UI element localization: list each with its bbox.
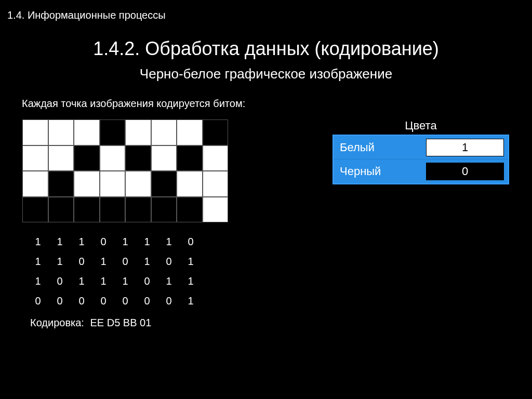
encoding-value: EE D5 BB 01 [90,317,151,328]
bit-cell: 0 [71,295,92,309]
pixel-cell [125,197,151,223]
pixel-cell [100,145,126,171]
bit-cell: 1 [71,275,92,289]
legend-row: Черный0 [334,159,508,183]
bit-cell: 0 [136,295,158,309]
legend-title: Цвета [332,119,509,132]
pixel-cell [125,171,151,197]
encoding-label: Кодировка: [30,317,84,328]
pixel-cell [151,171,177,197]
bit-cell: 0 [27,295,49,309]
bit-row: 00000001 [27,295,229,309]
pixel-cell [151,145,177,171]
bit-cell: 0 [92,236,114,249]
pixel-cell [151,197,177,223]
bit-cell: 1 [27,256,49,269]
legend-table: Белый1Черный0 [332,135,509,184]
pixel-cell [177,197,203,223]
pixel-cell [48,119,74,145]
legend-label: Белый [334,141,426,154]
pixel-grid [22,119,229,223]
bit-row: 11101110 [27,236,229,249]
bit-row: 11010101 [27,256,229,269]
bit-cell: 0 [114,256,136,269]
pixel-row [22,145,228,171]
pixel-cell [48,145,74,171]
bit-cell: 1 [158,236,180,249]
bit-cell: 1 [71,236,92,249]
pixel-cell [74,197,100,223]
pixel-cell [48,197,74,223]
pixel-cell [151,119,177,145]
bit-table: 11101110110101011011101100000001 [27,236,229,309]
bit-cell: 0 [158,295,180,309]
bit-cell: 0 [114,295,136,309]
pixel-cell [22,197,48,223]
legend-value: 0 [426,163,504,180]
legend-label: Черный [334,165,426,178]
pixel-cell [100,197,126,223]
pixel-cell [177,119,203,145]
page-subtitle: Черно-белое графическое изображение [0,66,532,82]
bit-cell: 0 [92,295,114,309]
pixel-cell [22,171,48,197]
pixel-cell [177,145,203,171]
pixel-row [22,197,228,223]
legend-value: 1 [426,139,504,156]
pixel-cell [203,119,229,145]
pixel-cell [203,197,229,223]
pixel-cell [177,171,203,197]
bit-cell: 1 [136,256,158,269]
bit-cell: 1 [136,236,158,249]
pixel-cell [125,145,151,171]
pixel-cell [22,145,48,171]
legend-row: Белый1 [334,136,508,159]
bit-cell: 1 [49,236,71,249]
bit-row: 10111011 [27,275,229,289]
bit-cell: 1 [158,275,180,289]
bit-cell: 0 [49,295,71,309]
description-text: Каждая точка изображения кодируется бито… [22,98,532,110]
bit-cell: 0 [71,256,92,269]
bit-cell: 0 [136,275,158,289]
bit-cell: 0 [158,256,180,269]
pixel-cell [203,145,229,171]
content-row: 11101110110101011011101100000001 Кодиров… [0,119,532,329]
pixel-cell [74,145,100,171]
bit-cell: 0 [49,275,71,289]
pixel-cell [74,171,100,197]
bit-cell: 1 [92,256,114,269]
pixel-cell [74,119,100,145]
breadcrumb: 1.4. Информационные процессы [0,0,532,21]
bit-cell: 1 [180,275,202,289]
pixel-row [22,171,228,197]
pixel-cell [100,119,126,145]
bit-cell: 1 [49,256,71,269]
pixel-cell [100,171,126,197]
bit-cell: 1 [92,275,114,289]
pixel-cell [203,171,229,197]
left-column: 11101110110101011011101100000001 Кодиров… [22,119,229,329]
pixel-cell [48,171,74,197]
pixel-row [22,119,228,145]
bit-cell: 1 [114,275,136,289]
pixel-cell [22,119,48,145]
encoding-line: Кодировка: EE D5 BB 01 [30,317,229,329]
bit-cell: 1 [114,236,136,249]
bit-cell: 1 [27,236,49,249]
pixel-cell [125,119,151,145]
bit-cell: 0 [180,236,202,249]
bit-cell: 1 [180,295,202,309]
right-column: Цвета Белый1Черный0 [332,119,509,329]
bit-cell: 1 [27,275,49,289]
bit-cell: 1 [180,256,202,269]
page-title: 1.4.2. Обработка данных (кодирование) [0,38,532,60]
